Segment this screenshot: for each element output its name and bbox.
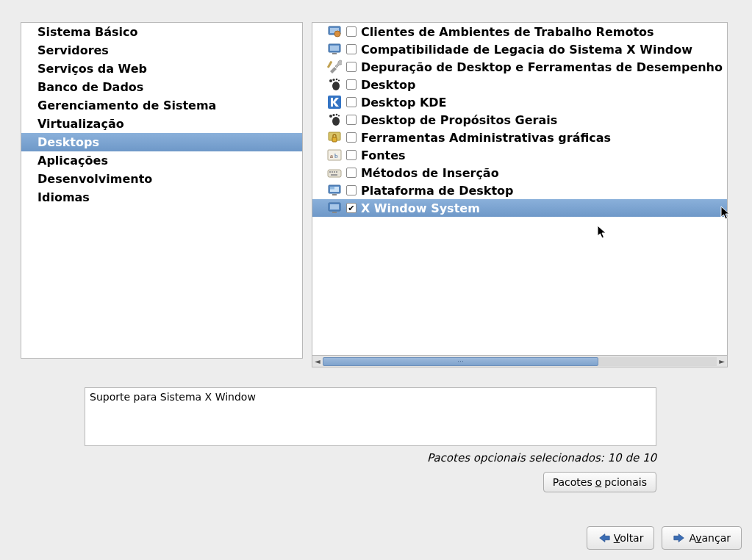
package-label: Fontes	[361, 148, 406, 162]
forward-button-prefix: A	[689, 532, 695, 544]
platform-icon	[327, 183, 342, 198]
package-checkbox[interactable]	[346, 203, 357, 213]
category-item[interactable]: Servidores	[21, 41, 302, 60]
svg-point-13	[332, 117, 340, 126]
category-item[interactable]: Idiomas	[21, 188, 302, 207]
tools-icon	[327, 60, 342, 74]
package-checkbox[interactable]	[346, 97, 357, 107]
package-checkbox[interactable]	[346, 185, 357, 195]
category-item[interactable]: Virtualização	[21, 115, 302, 133]
svg-rect-28	[331, 174, 337, 176]
category-item[interactable]: Desenvolvimento	[21, 170, 302, 188]
svg-rect-32	[332, 194, 337, 195]
svg-rect-35	[332, 212, 337, 213]
svg-point-9	[332, 79, 334, 81]
optional-packages-button[interactable]: Pacotes opcionais	[543, 472, 656, 492]
svg-rect-19	[332, 137, 337, 142]
forward-button-underline: v	[695, 532, 701, 544]
category-item[interactable]: Gerenciamento de Sistema	[21, 96, 302, 115]
svg-rect-25	[332, 171, 333, 173]
package-row[interactable]: Compatibilidade de Legacia do Sistema X …	[312, 40, 727, 58]
package-label: Ferramentas Administrativas gráficas	[361, 131, 611, 145]
svg-text:a: a	[330, 152, 333, 159]
svg-point-17	[338, 115, 340, 116]
svg-rect-27	[336, 171, 337, 173]
svg-point-14	[329, 115, 332, 118]
back-button-underline: V	[614, 532, 620, 544]
package-checkbox[interactable]	[346, 44, 357, 54]
package-label: Métodos de Inserção	[361, 166, 499, 180]
monitor-icon	[327, 42, 342, 57]
svg-point-16	[336, 114, 338, 116]
svg-rect-34	[330, 204, 339, 209]
arrow-right-icon	[673, 533, 686, 543]
scrollbar-thumb[interactable]: ···	[323, 357, 598, 366]
svg-rect-26	[334, 171, 335, 173]
package-row[interactable]: Depuração de Desktop e Ferramentas de De…	[312, 58, 727, 76]
package-checkbox[interactable]	[346, 26, 357, 37]
optional-button-suffix: pcionais	[604, 476, 647, 488]
svg-point-15	[332, 114, 334, 116]
remote-desktop-icon	[327, 24, 342, 39]
svg-point-7	[332, 82, 340, 90]
package-label: Desktop	[361, 78, 415, 92]
svg-rect-6	[327, 61, 332, 68]
package-row[interactable]: Plataforma de Desktop	[312, 182, 727, 199]
package-row[interactable]: Desktop	[312, 76, 727, 93]
package-label: Desktop de Propósitos Gerais	[361, 113, 557, 127]
monitor-icon	[327, 201, 342, 215]
lock-icon	[327, 130, 342, 145]
svg-rect-4	[330, 46, 339, 51]
package-row[interactable]: X Window System	[312, 199, 727, 217]
svg-text:b: b	[334, 152, 338, 159]
package-checkbox[interactable]	[346, 79, 357, 90]
scroll-right-icon[interactable]: ►	[717, 356, 727, 367]
category-item[interactable]: Banco de Dados	[21, 78, 302, 96]
back-button[interactable]: Voltar	[587, 526, 655, 550]
category-item[interactable]: Aplicações	[21, 151, 302, 170]
svg-point-11	[338, 79, 340, 81]
gnome-foot-icon	[327, 77, 342, 92]
category-list: Sistema BásicoServidoresServiços da WebB…	[21, 22, 303, 359]
package-label: Clientes de Ambientes de Trabalho Remoto…	[361, 25, 654, 39]
optional-button-underline: o	[595, 476, 602, 488]
svg-rect-5	[332, 53, 337, 54]
scroll-left-icon[interactable]: ◄	[312, 356, 323, 367]
package-label: Compatibilidade de Legacia do Sistema X …	[361, 43, 692, 57]
description-box: Suporte para Sistema X Window	[85, 387, 656, 446]
svg-rect-24	[329, 171, 331, 173]
svg-point-2	[334, 31, 340, 37]
package-row[interactable]: Métodos de Inserção	[312, 164, 727, 182]
category-item[interactable]: Sistema Básico	[21, 23, 302, 41]
package-row[interactable]: Desktop de Propósitos Gerais	[312, 111, 727, 129]
optional-packages-status: Pacotes opcionais selecionados: 10 de 10	[85, 451, 656, 464]
gnome-foot-icon	[327, 112, 342, 127]
horizontal-scrollbar[interactable]: ◄ ··· ►	[312, 356, 728, 367]
svg-rect-23	[328, 170, 341, 177]
svg-point-10	[336, 79, 338, 81]
package-label: Plataforma de Desktop	[361, 184, 514, 198]
package-row[interactable]: Ferramentas Administrativas gráficas	[312, 129, 727, 146]
package-label: X Window System	[361, 201, 480, 215]
font-icon: ab	[327, 148, 342, 162]
package-label: Depuração de Desktop e Ferramentas de De…	[361, 60, 723, 74]
category-item[interactable]: Serviços da Web	[21, 60, 302, 78]
input-icon	[327, 165, 342, 180]
package-row[interactable]: abFontes	[312, 146, 727, 164]
package-checkbox[interactable]	[346, 62, 357, 72]
package-label: Desktop KDE	[361, 96, 447, 110]
forward-button-suffix: ançar	[702, 532, 731, 544]
package-list: Clientes de Ambientes de Trabalho Remoto…	[312, 22, 728, 356]
scrollbar-track[interactable]: ···	[323, 357, 717, 366]
svg-point-8	[329, 79, 332, 82]
forward-button[interactable]: Avançar	[662, 526, 742, 550]
arrow-left-icon	[598, 533, 611, 543]
svg-rect-31	[330, 187, 334, 190]
category-item[interactable]: Desktops	[21, 133, 302, 151]
package-checkbox[interactable]	[346, 168, 357, 178]
package-checkbox[interactable]	[346, 115, 357, 125]
package-checkbox[interactable]	[346, 132, 357, 143]
package-row[interactable]: Desktop KDE	[312, 93, 727, 111]
package-checkbox[interactable]	[346, 150, 357, 160]
package-row[interactable]: Clientes de Ambientes de Trabalho Remoto…	[312, 23, 727, 40]
